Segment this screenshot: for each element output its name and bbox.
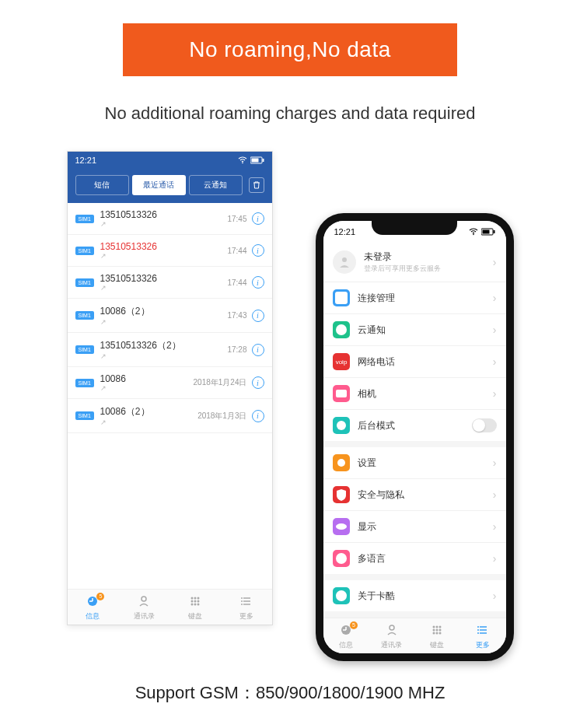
settings-row[interactable]: 设置 › <box>323 447 506 479</box>
svg-point-5 <box>142 597 146 601</box>
svg-point-46 <box>439 629 442 632</box>
phone-left-screenshot: 12:21 短信 最近通话 云通知 SIM1 13510513326 ↗ 17:… <box>67 151 273 625</box>
call-time: 17:28 <box>227 345 246 354</box>
call-row[interactable]: SIM1 10086（2） ↗ 17:43 i <box>68 299 272 333</box>
toggle[interactable] <box>472 418 497 432</box>
settings-row[interactable]: 后台模式 <box>323 410 506 441</box>
svg-point-35 <box>340 525 343 528</box>
svg-point-11 <box>197 600 199 603</box>
nav-label: 通讯录 <box>118 611 169 621</box>
clock: 12:21 <box>334 227 356 236</box>
svg-point-13 <box>194 604 196 606</box>
avatar <box>333 250 356 274</box>
login-subtitle: 登录后可享用更多云服务 <box>364 264 493 274</box>
nav-item-3[interactable]: 更多 <box>221 594 272 621</box>
person-icon <box>337 255 351 269</box>
call-arrow-icon: ↗ <box>100 284 228 292</box>
nav-icon <box>385 623 399 637</box>
battery-icon <box>250 156 264 164</box>
sim-badge: SIM1 <box>75 411 94 420</box>
info-icon[interactable]: i <box>252 276 264 289</box>
nav-item-0[interactable]: 5信息 <box>323 623 369 650</box>
svg-point-18 <box>241 597 243 599</box>
call-number: 13510513326 <box>100 241 228 252</box>
shield-icon <box>333 486 350 503</box>
chevron-right-icon: › <box>493 590 497 602</box>
settings-row[interactable]: 安全与隐私 › <box>323 479 506 511</box>
call-list: SIM1 13510513326 ↗ 17:45 i SIM1 13510513… <box>68 203 272 433</box>
call-row[interactable]: SIM1 13510513326 ↗ 17:44 i <box>68 267 272 299</box>
settings-label: 网络电话 <box>358 355 493 369</box>
settings-row[interactable]: 云通知 › <box>323 314 506 346</box>
settings-label: 云通知 <box>358 324 493 337</box>
svg-text:i: i <box>340 591 342 600</box>
info-icon[interactable]: i <box>252 410 264 422</box>
svg-point-30 <box>339 391 344 396</box>
info-icon[interactable]: i <box>252 344 264 356</box>
settings-row[interactable]: 多语言 › <box>323 543 506 574</box>
nav-icon <box>137 594 151 608</box>
nav-label: 信息 <box>68 611 119 621</box>
login-row[interactable]: 未登录 登录后可享用更多云服务 › <box>323 243 506 282</box>
tab-sms[interactable]: 短信 <box>75 175 129 195</box>
chevron-right-icon: › <box>493 387 497 400</box>
tab-recent-calls[interactable]: 最近通话 <box>132 175 186 195</box>
call-row[interactable]: SIM1 10086 ↗ 2018年1月24日 i <box>68 367 272 399</box>
svg-point-31 <box>337 421 346 430</box>
voip-icon: voip <box>333 353 350 370</box>
eye-icon <box>333 518 350 535</box>
svg-point-40 <box>390 625 394 630</box>
nav-item-2[interactable]: 键盘 <box>169 594 221 621</box>
svg-point-10 <box>194 600 196 603</box>
call-row[interactable]: SIM1 13510513326（2） ↗ 17:28 i <box>68 333 272 367</box>
info-icon[interactable]: i <box>252 376 264 389</box>
call-arrow-icon: ↗ <box>100 418 198 426</box>
nav-icon <box>188 594 202 608</box>
call-row[interactable]: SIM1 10086（2） ↗ 2018年1月3日 i <box>68 399 272 433</box>
settings-row[interactable]: 连接管理 › <box>323 282 506 314</box>
nav-item-1[interactable]: 通讯录 <box>118 594 169 621</box>
svg-rect-23 <box>482 230 489 234</box>
sim-badge: SIM1 <box>75 311 94 320</box>
svg-point-21 <box>473 234 474 236</box>
nav-item-1[interactable]: 通讯录 <box>369 623 414 650</box>
svg-point-41 <box>433 626 435 628</box>
nav-item-2[interactable]: 键盘 <box>414 623 460 650</box>
call-number: 10086（2） <box>100 405 198 418</box>
sim-badge: SIM1 <box>75 345 94 354</box>
call-row[interactable]: SIM1 13510513326 ↗ 17:44 i <box>68 235 272 267</box>
chevron-right-icon: › <box>493 520 497 533</box>
phone-right-frame: 12:21 未登录 登录后可享用更多云服务 › 连接管理 › <box>316 213 514 661</box>
clock: 12:21 <box>75 156 97 165</box>
tab-cloud-notify[interactable]: 云通知 <box>189 175 243 195</box>
info-icon[interactable]: i <box>252 244 264 257</box>
wifi-icon <box>469 228 478 236</box>
delete-button[interactable] <box>249 177 264 193</box>
chevron-right-icon: › <box>493 457 497 469</box>
trash-icon <box>252 180 261 190</box>
call-arrow-icon: ↗ <box>100 352 228 360</box>
nav-item-3[interactable]: 更多 <box>460 623 506 650</box>
settings-row[interactable]: voip 网络电话 › <box>323 346 506 378</box>
svg-point-9 <box>190 600 193 603</box>
call-time: 17:45 <box>227 215 246 223</box>
call-number: 13510513326（2） <box>100 339 228 352</box>
nav-item-0[interactable]: 5信息 <box>68 594 119 621</box>
svg-rect-26 <box>335 292 348 304</box>
info-icon[interactable]: i <box>252 212 264 225</box>
call-number: 10086 <box>100 373 194 384</box>
call-row[interactable]: SIM1 13510513326 ↗ 17:45 i <box>68 203 272 235</box>
svg-point-25 <box>342 257 347 262</box>
settings-row[interactable]: i 关于卡酷 › <box>323 580 506 611</box>
nav-label: 信息 <box>323 640 369 650</box>
sim-badge: SIM1 <box>75 215 94 223</box>
subtitle: No additional roaming charges and data r… <box>0 103 580 124</box>
bottom-nav: 5信息通讯录键盘更多 <box>68 589 272 625</box>
info-icon[interactable]: i <box>252 310 264 322</box>
settings-row[interactable]: 相机 › <box>323 378 506 410</box>
settings-row[interactable]: 显示 › <box>323 511 506 543</box>
nav-icon <box>476 623 490 637</box>
msg-icon <box>333 321 350 338</box>
call-number: 13510513326 <box>100 209 228 220</box>
svg-point-19 <box>241 600 243 602</box>
